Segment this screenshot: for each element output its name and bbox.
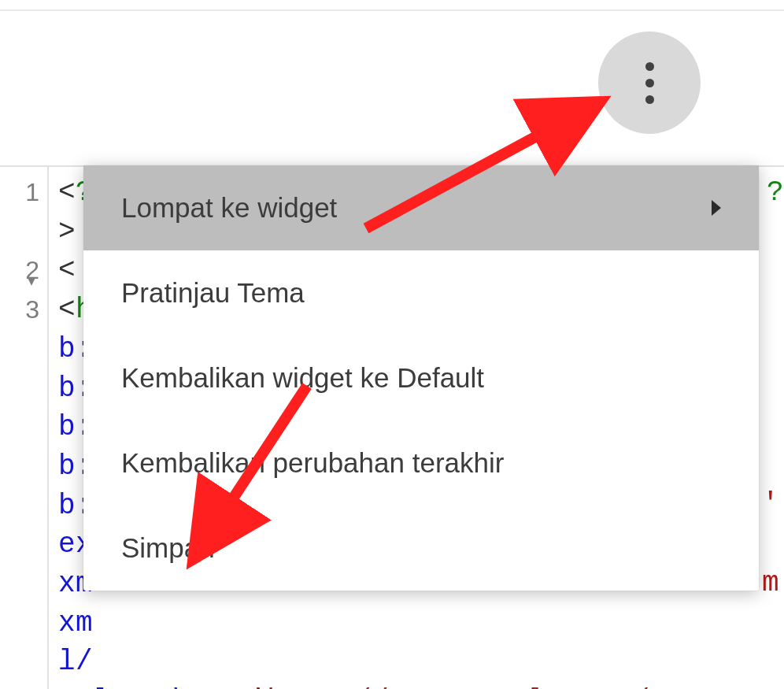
code-fragment: m: [762, 567, 779, 599]
chevron-right-icon: [710, 192, 724, 224]
menu-item-label: Simpan: [121, 532, 215, 564]
menu-item-label: Pratinjau Tema: [121, 277, 305, 309]
menu-item-1[interactable]: Pratinjau Tema: [83, 250, 759, 335]
menu-item-label: Kembalikan widget ke Default: [121, 362, 484, 394]
menu-item-0[interactable]: Lompat ke widget: [83, 165, 759, 250]
menu-item-4[interactable]: Simpan: [83, 506, 759, 591]
code-fragment: ?: [767, 176, 784, 209]
more-vert-icon: [645, 62, 654, 104]
line-number: 1: [0, 173, 39, 213]
menu-item-label: Lompat ke widget: [121, 192, 337, 224]
menu-item-3[interactable]: Kembalikan perubahan terakhir: [83, 420, 759, 506]
menu-item-2[interactable]: Kembalikan widget ke Default: [83, 335, 759, 420]
fold-marker-icon[interactable]: ▾: [28, 261, 35, 301]
line-number-gutter: 1 2 3 ▾: [0, 167, 49, 689]
more-options-button[interactable]: [598, 31, 701, 134]
context-menu: Lompat ke widgetPratinjau TemaKembalikan…: [83, 165, 759, 591]
line-number: 3 ▾: [0, 291, 39, 330]
code-fragment: ': [762, 488, 779, 520]
menu-item-label: Kembalikan perubahan terakhir: [121, 447, 504, 479]
